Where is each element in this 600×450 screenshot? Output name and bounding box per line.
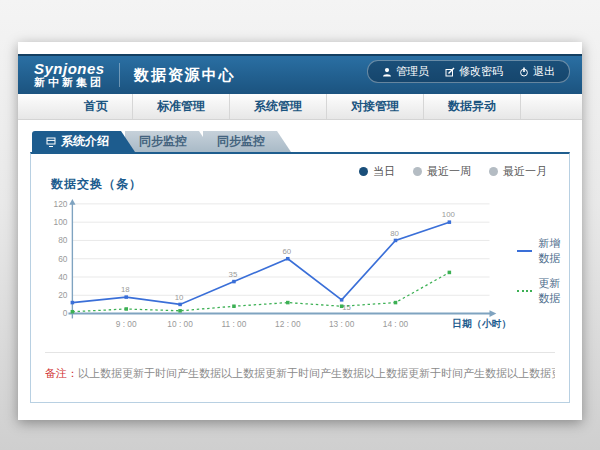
x-axis-title: 日期（小时） (452, 318, 511, 329)
tab-label: 系统介绍 (61, 131, 109, 152)
nav-item-1[interactable]: 标准管理 (133, 94, 230, 119)
data-point (394, 239, 398, 243)
data-point (448, 220, 452, 224)
desktop-background: Synjones 新中新集团 数据资源中心 管理员修改密码退出 首页标准管理系统… (0, 0, 600, 450)
x-tick-label: 13 : 00 (329, 319, 355, 329)
user-menu-item-1[interactable]: 修改密码 (445, 64, 503, 79)
radio-option-1[interactable]: 最近一周 (413, 164, 471, 179)
main-navbar: 首页标准管理系统管理对接管理数据异动 (18, 94, 582, 120)
chart-panel: 当日最近一周最近一月 数据交换（条） 0204060801001209 : 00… (30, 152, 570, 403)
data-label: 80 (390, 229, 399, 238)
y-tick-label: 120 (54, 199, 68, 209)
data-point (178, 303, 182, 307)
radio-option-2[interactable]: 最近一月 (489, 164, 547, 179)
user-menu: 管理员修改密码退出 (367, 60, 570, 83)
tab-label: 同步监控 (139, 131, 187, 152)
data-point (232, 280, 236, 284)
header-divider (119, 63, 120, 87)
chart-legend: 新增数据更新数据 (517, 236, 569, 306)
nav-item-2[interactable]: 系统管理 (230, 94, 327, 119)
data-label: 18 (121, 285, 130, 294)
y-tick-label: 40 (58, 272, 68, 282)
data-point (71, 310, 75, 314)
logo-text-cn: 新中新集团 (34, 77, 105, 89)
radio-label: 最近一周 (427, 164, 471, 179)
x-tick-label: 10 : 00 (167, 319, 193, 329)
radio-option-0[interactable]: 当日 (359, 164, 395, 179)
user-menu-label: 修改密码 (459, 64, 503, 79)
edit-icon (445, 67, 455, 77)
legend-label: 更新数据 (538, 276, 569, 306)
legend-swatch (517, 290, 532, 292)
data-point (286, 301, 290, 305)
user-menu-item-2[interactable]: 退出 (519, 64, 555, 79)
y-axis-title: 数据交换（条） (51, 176, 142, 193)
radio-dot (359, 167, 368, 176)
data-point (340, 298, 344, 302)
app-window: Synjones 新中新集团 数据资源中心 管理员修改密码退出 首页标准管理系统… (18, 42, 582, 420)
user-menu-item-0[interactable]: 管理员 (382, 64, 429, 79)
tab-label: 同步监控 (217, 131, 265, 152)
data-point (448, 271, 452, 275)
x-tick-label: 11 : 00 (222, 319, 247, 329)
company-logo: Synjones 新中新集团 (28, 61, 119, 88)
y-axis-arrow (69, 199, 75, 205)
x-axis-arrow (490, 310, 497, 317)
data-label: 100 (442, 210, 456, 219)
note-text: 以上数据更新于时间产生数据以上数据更新于时间产生数据以上数据更新于时间产生数据以… (78, 367, 555, 379)
data-label: 35 (229, 270, 238, 279)
y-tick-label: 20 (58, 290, 68, 300)
legend-label: 新增数据 (538, 236, 569, 266)
user-icon (382, 67, 392, 77)
nav-item-4[interactable]: 数据异动 (424, 94, 521, 119)
radio-dot (489, 167, 498, 176)
legend-swatch (517, 250, 532, 252)
data-label: 60 (282, 247, 291, 256)
data-point (340, 304, 344, 308)
line-chart: 0204060801001209 : 0010 : 0011 : 0012 : … (43, 198, 513, 340)
data-point (124, 295, 128, 299)
tab-1[interactable]: 同步监控 (125, 131, 213, 152)
data-point (178, 309, 182, 313)
radio-label: 当日 (373, 164, 395, 179)
nav-item-3[interactable]: 对接管理 (327, 94, 424, 119)
y-tick-label: 60 (58, 254, 68, 264)
app-header: Synjones 新中新集团 数据资源中心 管理员修改密码退出 (18, 54, 582, 94)
legend-item-1: 更新数据 (517, 276, 569, 306)
app-title: 数据资源中心 (134, 66, 236, 85)
user-menu-label: 管理员 (396, 64, 429, 79)
x-tick-label: 9 : 00 (116, 319, 137, 329)
logout-icon (519, 67, 529, 77)
tab-0[interactable]: 系统介绍 (32, 131, 135, 152)
x-tick-label: 12 : 00 (275, 319, 301, 329)
tab-bar: 系统介绍同步监控同步监控 (32, 131, 570, 152)
note-label: 备注： (45, 367, 78, 379)
radio-label: 最近一月 (503, 164, 547, 179)
tab-2[interactable]: 同步监控 (203, 131, 291, 152)
y-tick-label: 80 (58, 235, 68, 245)
radio-dot (413, 167, 422, 176)
data-label: 15 (342, 303, 351, 312)
y-tick-label: 100 (54, 217, 68, 227)
data-label: 10 (175, 293, 184, 302)
nav-item-0[interactable]: 首页 (60, 94, 133, 119)
data-point (286, 257, 290, 261)
data-point (232, 304, 236, 308)
content-area: 系统介绍同步监控同步监控 当日最近一周最近一月 数据交换（条） 02040608… (18, 120, 582, 403)
y-tick-label: 0 (63, 308, 68, 318)
time-range-filter: 当日最近一周最近一月 (359, 164, 547, 179)
legend-item-0: 新增数据 (517, 236, 569, 266)
data-point (124, 307, 128, 311)
system-icon (46, 137, 56, 147)
note-row: 备注：以上数据更新于时间产生数据以上数据更新于时间产生数据以上数据更新于时间产生… (45, 352, 555, 381)
x-tick-label: 14 : 00 (383, 319, 409, 329)
logo-text-en: Synjones (34, 61, 105, 77)
data-point (71, 301, 75, 305)
data-point (394, 301, 398, 305)
user-menu-label: 退出 (533, 64, 555, 79)
